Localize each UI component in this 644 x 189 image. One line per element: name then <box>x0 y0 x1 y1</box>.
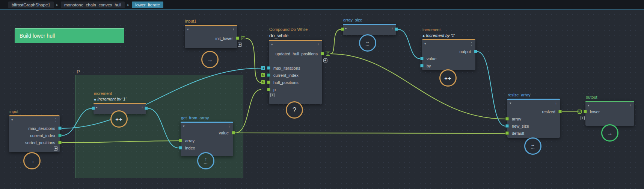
menu-dots-icon[interactable]: ⋮ <box>316 41 320 47</box>
breadcrumb-item-monotone-chain-convex-hull[interactable]: monotone_chain_convex_hull <box>61 2 125 8</box>
menu-dots-icon[interactable]: ⋮ <box>554 100 558 106</box>
port-connector[interactable] <box>584 110 587 113</box>
menu-dots-icon[interactable]: ⋮ <box>54 117 58 123</box>
node-resize-array[interactable]: resize_array ▾ ⋮ resized array new_size … <box>507 99 560 138</box>
collapse-arrow-icon[interactable]: ▾ <box>11 117 13 123</box>
port-connector[interactable] <box>267 73 270 77</box>
port-default[interactable]: default <box>507 130 560 137</box>
node-increment[interactable]: increment ◆Increment by '1' ▾ ⋮ output v… <box>422 39 475 70</box>
port-label: current_index <box>273 73 299 78</box>
port-connector[interactable] <box>505 117 509 120</box>
collapse-arrow-icon[interactable]: ▾ <box>510 100 511 106</box>
add-port-button[interactable]: + <box>323 58 327 62</box>
add-port-button[interactable]: + <box>54 146 58 151</box>
port-resized[interactable]: resized <box>507 108 560 115</box>
node-title: input1 <box>185 19 196 23</box>
port-init-lower[interactable]: init_lower ∅ <box>185 35 237 42</box>
port-connector[interactable] <box>58 134 62 137</box>
port-connector[interactable] <box>145 107 148 110</box>
port-connector[interactable] <box>395 27 398 31</box>
port-connector[interactable] <box>505 124 509 128</box>
port-updated-hull-positions[interactable]: updated_hull_positions ∅ <box>269 50 322 57</box>
port-lower[interactable]: lower ∅ <box>585 108 634 115</box>
add-port-button[interactable]: + <box>270 93 274 97</box>
port-value[interactable]: value <box>422 55 475 62</box>
port-array[interactable]: array <box>181 137 233 144</box>
port-connector[interactable] <box>341 27 344 31</box>
collapse-arrow-icon[interactable]: ▾ <box>187 26 189 32</box>
port-connector[interactable] <box>58 141 62 144</box>
do-while-node-icon[interactable]: ? <box>286 101 303 119</box>
max-iterations-badge-icon: ◂ <box>261 66 265 70</box>
collapse-arrow-icon[interactable]: ▾ <box>588 102 590 108</box>
node-input[interactable]: input ▾ ⋮ max_iterations current_index s… <box>9 115 60 152</box>
port-array[interactable]: array <box>507 116 560 122</box>
collapse-arrow-icon[interactable]: ▸ <box>96 104 98 110</box>
port-hull-positions[interactable]: hull_positions ↻ <box>269 79 322 86</box>
menu-dots-icon[interactable]: ⋮ <box>140 104 144 110</box>
port-connector[interactable] <box>179 139 182 142</box>
port-connector[interactable] <box>267 88 270 91</box>
collapse-arrow-icon[interactable]: ▾ <box>183 123 185 129</box>
port-connector[interactable] <box>420 64 424 67</box>
node-get-from-array[interactable]: get_from_array ▾ ⋮ value array index ↑ ▫… <box>181 122 233 156</box>
port-connector[interactable] <box>321 52 324 55</box>
menu-dots-icon[interactable]: ⋮ <box>231 26 235 32</box>
node-array-size[interactable]: array_size ▸ ⋮ ↔ ▫▫▫ <box>343 24 396 35</box>
get-from-array-node-icon[interactable]: ↑ ▫▫▫ <box>197 152 214 169</box>
port-output[interactable]: output <box>422 48 475 55</box>
port-connector[interactable] <box>236 37 239 40</box>
add-port-button[interactable]: + <box>238 43 242 47</box>
port-connector[interactable] <box>267 66 270 70</box>
input-node-icon[interactable]: → <box>23 152 41 169</box>
menu-dots-icon[interactable]: ⋮ <box>227 123 231 129</box>
node-increment-loop[interactable]: increment ◆Increment by '1' ▸ ⋮ ++ <box>94 103 146 114</box>
node-subtitle: ◆Increment by '1' <box>422 33 455 38</box>
port-connector[interactable] <box>232 131 235 134</box>
resize-array-node-icon[interactable]: ↔ ▫▫▫ <box>524 137 541 155</box>
collapse-arrow-icon[interactable]: ▾ <box>271 41 273 47</box>
port-sorted-positions[interactable]: sorted_positions <box>9 139 60 146</box>
bifrost-graph-editor: bifrostGraphShape1 ▸ monotone_chain_conv… <box>0 0 644 189</box>
array-size-node-icon[interactable]: ↔ ▫▫▫ <box>359 34 376 52</box>
port-current-index[interactable]: current_index ↻ <box>269 72 322 79</box>
port-connector[interactable] <box>505 131 509 135</box>
port-value[interactable]: value <box>181 130 233 136</box>
output-node-icon[interactable]: → <box>601 124 618 142</box>
port-connector[interactable] <box>58 127 62 130</box>
port-current-index[interactable]: current_index <box>9 132 60 139</box>
node-header: ▾ ⋮ <box>422 41 475 47</box>
breadcrumb-item-lower-iterate[interactable]: lower_iterate <box>132 2 163 8</box>
input1-node-icon[interactable]: → <box>201 51 219 68</box>
menu-dots-icon[interactable]: ⋮ <box>628 102 632 108</box>
port-label: new_size <box>512 124 529 128</box>
port-connector[interactable] <box>558 110 562 113</box>
menu-dots-icon[interactable]: ⋮ <box>469 41 474 47</box>
node-input1[interactable]: input1 ▾ ⋮ init_lower ∅ + → <box>185 25 237 48</box>
node-title: input <box>9 109 18 114</box>
port-connector[interactable] <box>179 146 182 149</box>
add-port-button[interactable]: + <box>581 116 585 120</box>
port-new-size[interactable]: new_size <box>507 123 560 130</box>
collapse-arrow-icon[interactable]: ▾ <box>424 41 426 47</box>
breadcrumb-item-bifrostgraphshape1[interactable]: bifrostGraphShape1 <box>8 2 54 8</box>
node-header: ▾ ⋮ <box>269 41 322 47</box>
port-connector[interactable] <box>420 57 424 60</box>
port-p[interactable]: p <box>269 86 322 93</box>
menu-dots-icon[interactable]: ⋮ <box>390 25 394 31</box>
port-connector[interactable] <box>92 107 95 110</box>
subtitle-text: Increment by '1' <box>97 97 126 101</box>
port-max-iterations[interactable]: max_iterations ◂ <box>269 65 322 72</box>
port-label: array <box>185 139 195 143</box>
node-output[interactable]: output ▾ ⋮ lower ∅ + → <box>585 101 634 126</box>
node-do-while[interactable]: Compound Do-While do_while ▾ ⋮ updated_h… <box>269 40 322 104</box>
collapse-arrow-icon[interactable]: ▸ <box>345 25 347 31</box>
increment-node-icon[interactable]: ++ <box>110 110 128 128</box>
port-index[interactable]: index <box>181 145 233 151</box>
port-connector[interactable] <box>474 50 477 53</box>
port-connector[interactable] <box>267 81 270 84</box>
increment-node-icon[interactable]: ++ <box>439 69 457 87</box>
port-max-iterations[interactable]: max_iterations <box>9 125 60 132</box>
comment-build-lower-hull[interactable]: Build lower hull <box>15 28 124 43</box>
port-by[interactable]: by <box>422 62 475 69</box>
